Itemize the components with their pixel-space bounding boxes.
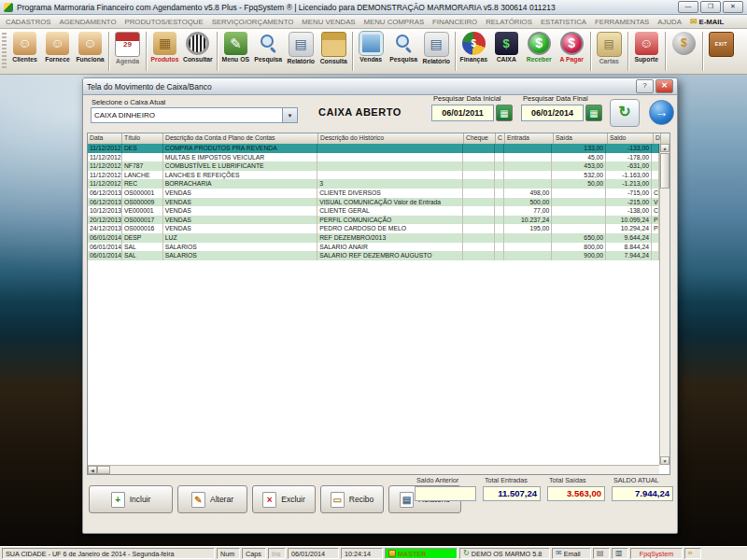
horizontal-scroll-thumb[interactable] [97, 466, 110, 474]
toolbar-produtos[interactable]: ▦Produtos [148, 30, 181, 73]
cell-entrada [504, 243, 553, 252]
menu-estatistica[interactable]: ESTATISTICA [541, 18, 586, 26]
status-time: 10:24:14 [341, 548, 383, 559]
cell-data: 11/12/2012 [88, 144, 122, 153]
toolbar-consulta[interactable]: Consulta [317, 30, 350, 73]
application-window: Programa Marmoraria Financeiro com Agend… [0, 0, 747, 560]
minimize-button[interactable]: — [678, 1, 698, 13]
date-start-field[interactable]: 06/01/2011 [431, 105, 494, 121]
alterar-button[interactable]: ✎Alterar [177, 485, 247, 513]
menu-produtos-estoque[interactable]: PRODUTOS/ESTOQUE [124, 18, 203, 26]
scroll-up-icon[interactable]: ▲ [660, 144, 669, 152]
cell-sa-da [552, 206, 606, 216]
help-button[interactable]: ? [636, 79, 654, 93]
toolbar-exit-icon[interactable]: EXIT [705, 30, 738, 73]
movements-table: DataTítuloDescrição da Conta d Plano de … [87, 133, 670, 475]
chevron-down-icon[interactable]: ▼ [282, 108, 297, 122]
horizontal-scrollbar[interactable]: ◀ [88, 465, 659, 474]
status-text: MASTER [398, 550, 426, 558]
column-header-sa-da[interactable]: Saída [554, 133, 608, 144]
column-header-data[interactable]: Data [88, 133, 122, 144]
cell-saldo: -715,00 [606, 189, 652, 198]
close-dialog-button[interactable]: ✕ [655, 79, 673, 93]
toolbar-consultar[interactable]: Consultar [181, 30, 215, 73]
column-header-entrada[interactable]: Entrada [505, 133, 554, 144]
scroll-left-icon[interactable]: ◀ [88, 466, 97, 474]
toolbar-pesquisa[interactable]: Pesquisa [388, 30, 420, 73]
column-header-saldo[interactable]: Saldo [608, 133, 654, 144]
column-header-t-tulo[interactable]: Título [122, 133, 163, 144]
toolbar-cartas[interactable]: ▤Cartas [593, 30, 626, 73]
toolbar-fornece[interactable]: ☺Fornece [41, 30, 74, 73]
refresh-icon[interactable]: ↻ [610, 99, 640, 127]
menu-ajuda[interactable]: AJUDA [657, 18, 682, 26]
table-row[interactable]: 06/01/2014SALSALARIOSSALARIO REF DEZEMBR… [88, 251, 659, 260]
restore-button[interactable]: ❐ [700, 1, 721, 13]
table-row[interactable]: 06/01/2014DESPLUZREF DEZEMBRO/2013650,00… [88, 233, 659, 243]
vertical-scrollbar[interactable]: ▲ ▼ [659, 144, 669, 465]
toolbar-coin-icon[interactable]: $ [668, 30, 700, 73]
recibo-button[interactable]: ▭Recibo [320, 485, 384, 513]
cell-entrada [504, 251, 553, 260]
cell-descri-o-da-conta-d-plano-de-contas: LUZ [163, 233, 317, 243]
close-button[interactable]: ✕ [723, 1, 743, 13]
menu-ferramentas[interactable]: FERRAMENTAS [595, 18, 649, 26]
cell-t-tulo: DES [122, 144, 163, 153]
toolbar-a-pagar[interactable]: $A Pagar [556, 30, 588, 73]
cell-d [652, 144, 659, 153]
table-row[interactable]: 11/12/2012NF787COMBUSTÍVEL E LUBRIFICANT… [88, 161, 659, 171]
toolbar-funciona[interactable]: ☺Funciona [74, 30, 106, 73]
date-end-field[interactable]: 06/01/2014 [521, 105, 584, 121]
menu-relat-rios[interactable]: RELATÓRIOS [486, 18, 532, 26]
cell-cheque [463, 179, 495, 189]
toolbar-caixa[interactable]: $CAIXA [490, 30, 523, 73]
toolbar-receber[interactable]: $Receber [523, 30, 556, 73]
menu-agendamento[interactable]: AGENDAMENTO [60, 18, 117, 26]
folder-icon [321, 32, 346, 57]
menu-servi-o-or-amento[interactable]: SERVIÇO/ORÇAMENTO [212, 18, 294, 26]
toolbar-vendas[interactable]: Vendas [355, 30, 388, 73]
table-row[interactable]: 24/12/2013OS000016VENDASPEDRO CARDOSO DE… [88, 224, 659, 233]
table-row[interactable]: 06/01/2014SALSALARIOSSALARIO ANAIR800,00… [88, 243, 659, 252]
scroll-down-icon[interactable]: ▼ [660, 456, 669, 465]
column-header-descri-o-do-hist-rico[interactable]: Descrição do Histórico [318, 133, 464, 144]
incluir-button[interactable]: +Incluir [89, 485, 173, 513]
toolbar-finan-as[interactable]: $Finanças [458, 30, 490, 73]
toolbar-relat-rio[interactable]: ▤Relatório [420, 30, 453, 73]
toolbar-suporte[interactable]: ☺Suporte [630, 30, 663, 73]
vertical-scroll-thumb[interactable] [660, 153, 669, 189]
menu-menu-vendas[interactable]: MENU VENDAS [302, 18, 355, 26]
table-row[interactable]: 20/12/2013OS000017VENDASPERFIL COMUNICAÇ… [88, 216, 659, 225]
menu-email[interactable]: ✉E-MAIL [690, 18, 724, 26]
excluir-button[interactable]: ×Excluir [252, 485, 316, 513]
toolbar-agenda[interactable]: 29Agenda [111, 30, 144, 73]
cell-descri-o-da-conta-d-plano-de-contas: VENDAS [163, 189, 317, 198]
column-header-cheque[interactable]: Cheque [464, 133, 496, 144]
cell-d [652, 179, 659, 189]
column-header-c[interactable]: C [496, 133, 505, 144]
cell-descri-o-do-hist-rico: PERFIL COMUNICAÇÃO [317, 216, 462, 225]
table-row[interactable]: 06/12/2013OS000009VENDASVISUAL COMUNICAÇ… [88, 198, 659, 207]
table-row[interactable]: 11/12/2012DESCOMPRA PRODUTOS PRA REVENDA… [88, 144, 659, 153]
caixa-select[interactable]: CAIXA DINHEIRO ▼ [91, 107, 298, 123]
menu-menu-compras[interactable]: MENU COMPRAS [364, 18, 425, 26]
column-header-d[interactable]: D [654, 133, 661, 144]
toolbar-relat-rio[interactable]: ▤Relatório [285, 30, 317, 73]
cell-sa-da: 900,00 [552, 251, 606, 260]
toolbar-pesquisa[interactable]: Pesquisa [252, 30, 285, 73]
cell-d: CL [652, 206, 659, 216]
menu-cadastros[interactable]: CADASTROS [6, 18, 51, 26]
column-header-descri-o-da-conta-d-plano-de-contas[interactable]: Descrição da Conta d Plano de Contas [163, 133, 318, 144]
table-row[interactable]: 11/12/2012RECBORRACHARIA350,00-1.213,00 [88, 179, 659, 189]
calendar-icon[interactable]: ▦ [585, 105, 602, 121]
toolbar-clientes[interactable]: ☺Clientes [8, 30, 41, 73]
table-row[interactable]: 06/12/2013OS000001VENDASCLIENTE DIVERSOS… [88, 189, 659, 198]
calendar-icon[interactable]: ▦ [496, 105, 513, 121]
go-arrow-icon[interactable]: → [649, 100, 674, 125]
menu-financeiro[interactable]: FINANCEIRO [432, 18, 477, 26]
table-row[interactable]: 10/12/2013VE000001VENDASCLIENTE GERAL77,… [88, 206, 659, 216]
dialog-titlebar[interactable]: Tela do Movimento de Caixa/Banco ? ✕ [83, 78, 677, 95]
toolbar-menu-os[interactable]: ✎Menu OS [219, 30, 252, 73]
table-row[interactable]: 11/12/2012LANCHELANCHES E REFEIÇÕES532,0… [88, 171, 659, 180]
table-row[interactable]: 11/12/2012MULTAS E IMPOSTOS VEICULAR45,0… [88, 153, 659, 162]
